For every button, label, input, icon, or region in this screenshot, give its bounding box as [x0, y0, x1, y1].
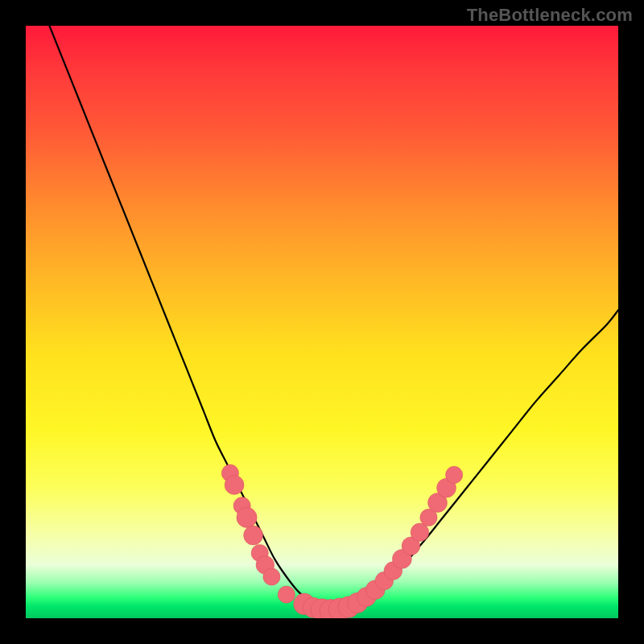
curve-marker — [411, 523, 429, 542]
curve-marker — [263, 568, 280, 585]
watermark-text: TheBottleneck.com — [467, 5, 633, 26]
plot-area — [26, 26, 618, 618]
chart-frame: TheBottleneck.com — [0, 0, 644, 644]
curve-marker — [237, 507, 257, 527]
curve-marker — [225, 475, 244, 494]
chart-svg — [26, 26, 618, 618]
curve-marker — [446, 466, 463, 483]
curve-marker — [278, 586, 295, 603]
curve-marker — [244, 526, 263, 545]
bottleneck-curve — [49, 26, 618, 611]
curve-markers — [221, 464, 462, 618]
